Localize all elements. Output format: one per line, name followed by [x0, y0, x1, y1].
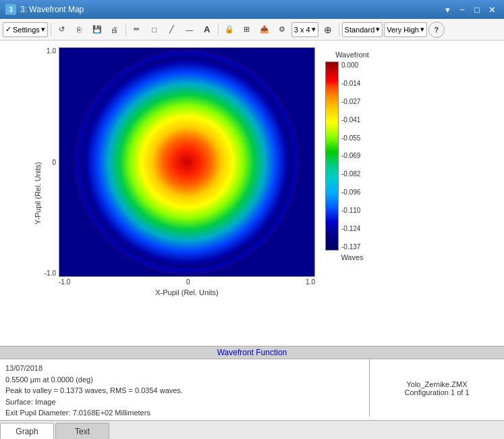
tab-graph[interactable]: Graph [0, 423, 54, 439]
grid-size-dropdown[interactable]: 3 x 4 ▾ [291, 22, 318, 37]
info-left: 13/07/2018 0.5500 μm at 0.0000 (deg) Pea… [0, 359, 369, 417]
target-button[interactable]: ⊕ [320, 22, 336, 38]
info-right: Yolo_Zernike.ZMX Configuration 1 of 1 [369, 359, 504, 417]
colorbar-label: -0.110 [341, 207, 360, 214]
line-button[interactable]: ╱ [164, 22, 180, 38]
colorbar-label: 0.000 [341, 61, 360, 69]
refresh-button[interactable]: ↺ [54, 22, 70, 38]
tab-bar: Graph Text [0, 420, 504, 439]
colorbar-label: -0.014 [341, 80, 360, 87]
grid-button[interactable]: ⊞ [239, 22, 255, 38]
info-body: 13/07/2018 0.5500 μm at 0.0000 (deg) Pea… [0, 359, 504, 417]
title-controls: ▾ − □ ✕ [441, 3, 499, 16]
y-axis-label: Y-Pupil (Rel. Units) [34, 162, 42, 225]
x-axis-label: X-Pupil (Rel. Units) [37, 288, 315, 296]
colorbar-label: -0.027 [341, 98, 360, 105]
main-content: Y-Pupil (Rel. Units) 1.0 0 -1.0 [0, 41, 504, 439]
separator-1 [51, 23, 51, 36]
very-high-label: Very High [387, 26, 419, 34]
colorbar-label: -0.055 [341, 134, 360, 142]
plot-with-axes: 1.0 0 -1.0 [37, 47, 315, 342]
y-tick-top: 1.0 [47, 47, 56, 55]
info-line1: 13/07/2018 [5, 363, 364, 374]
colorbar-label: -0.137 [341, 243, 360, 251]
info-line4: Surface: Image [5, 396, 364, 408]
info-right-line2: Configuration 1 of 1 [404, 388, 469, 396]
settings-chevron-icon: ▾ [41, 25, 45, 34]
info-panel: Wavefront Function 13/07/2018 0.5500 μm … [0, 346, 504, 420]
standard-label: Standard [345, 26, 375, 34]
very-high-dropdown[interactable]: Very High ▾ [384, 22, 427, 37]
y-tick-bot: -1.0 [45, 269, 56, 277]
colorbar-label: -0.069 [341, 152, 360, 159]
help-button[interactable]: ? [428, 22, 445, 38]
separator-4 [339, 23, 339, 36]
colorbar-labels: 0.000-0.014-0.027-0.041-0.055-0.069-0.08… [341, 61, 360, 251]
separator-3 [218, 23, 219, 36]
standard-chevron-icon: ▾ [376, 25, 380, 34]
info-right-line1: Yolo_Zernike.ZMX [404, 380, 469, 388]
toolbar: ✓ Settings ▾ ↺ ⎘ 💾 🖨 ✏ □ ╱ — A 🔒 ⊞ 📤 ⚙ 3… [0, 19, 504, 41]
info-line2: 0.5500 μm at 0.0000 (deg) [5, 374, 364, 386]
wavefront-svg [59, 48, 314, 276]
plot-frame [59, 47, 315, 277]
title-icon: 3 [5, 4, 16, 15]
text-tool-button[interactable]: A [199, 22, 215, 38]
colorbar-bottom-label: Waves [325, 253, 379, 261]
settings-label: Settings [13, 26, 40, 34]
export-button[interactable]: 📤 [256, 22, 273, 38]
print-button[interactable]: 🖨 [107, 22, 123, 38]
info-title-bar: Wavefront Function [0, 346, 504, 359]
colorbar [325, 61, 339, 251]
minimize-button[interactable]: − [455, 3, 469, 16]
pin-button[interactable]: ▾ [441, 3, 454, 16]
x-tick-mid: 0 [186, 278, 190, 286]
close-button[interactable]: ✕ [485, 3, 499, 16]
standard-dropdown[interactable]: Standard ▾ [342, 22, 383, 37]
info-line5: Exit Pupil Diameter: 7.0168E+02 Millimet… [5, 407, 364, 419]
settings-check-icon: ✓ [5, 25, 11, 34]
save-button[interactable]: 💾 [89, 22, 105, 38]
colorbar-label: -0.041 [341, 116, 360, 124]
x-axis: -1.0 0 1.0 [37, 278, 315, 286]
y-tick-mid: 0 [52, 159, 56, 166]
axes-and-plot: 1.0 0 -1.0 [37, 47, 315, 277]
x-tick-left: -1.0 [59, 278, 70, 286]
rectangle-button[interactable]: □ [146, 22, 163, 38]
gear-button[interactable]: ⚙ [274, 22, 290, 38]
graph-area: Y-Pupil (Rel. Units) 1.0 0 -1.0 [0, 41, 504, 346]
title-bar: 3 3: Wavefront Map ▾ − □ ✕ [0, 0, 504, 19]
lock-button[interactable]: 🔒 [221, 22, 237, 38]
x-tick-right: 1.0 [306, 278, 315, 286]
colorbar-label: -0.124 [341, 225, 360, 232]
info-right-text: Yolo_Zernike.ZMX Configuration 1 of 1 [404, 380, 469, 396]
colorbar-label: -0.082 [341, 170, 360, 178]
colorbar-container: Wavefront 0.000-0.014-0.027-0.041-0.055-… [325, 47, 379, 342]
separator-2 [125, 23, 126, 36]
tab-text[interactable]: Text [55, 423, 109, 439]
grid-chevron-icon: ▾ [312, 25, 316, 34]
copy-button[interactable]: ⎘ [72, 22, 88, 38]
settings-button[interactable]: ✓ Settings ▾ [3, 22, 48, 37]
colorbar-title: Wavefront [325, 51, 379, 59]
grid-size-label: 3 x 4 [294, 26, 310, 34]
info-line3: Peak to valley = 0.1373 waves, RMS = 0.0… [5, 385, 364, 396]
colorbar-wrapper: 0.000-0.014-0.027-0.041-0.055-0.069-0.08… [325, 61, 360, 251]
colorbar-label: -0.096 [341, 188, 360, 196]
title-text: 3: Wavefront Map [20, 5, 441, 14]
maximize-button[interactable]: □ [470, 3, 484, 16]
edit-button[interactable]: ✏ [129, 22, 145, 38]
very-high-chevron-icon: ▾ [420, 25, 424, 34]
dash-button[interactable]: — [181, 22, 198, 38]
